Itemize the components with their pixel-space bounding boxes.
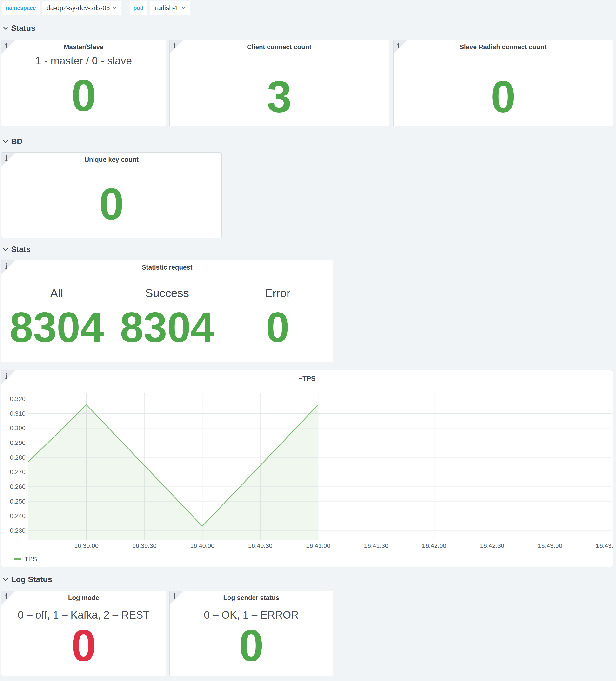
- chevron-down-icon: [3, 140, 8, 143]
- svg-text:0.250: 0.250: [10, 498, 26, 505]
- chevron-down-icon: [113, 6, 117, 10]
- stat-column-label: All: [1, 286, 112, 300]
- panel-tps-graph: i ~TPS 0.3200.3100.3000.2900.2800.2700.2…: [1, 370, 613, 567]
- stat-column-label: Success: [112, 286, 222, 300]
- stat-value: 3: [170, 75, 389, 119]
- svg-text:16:39:00: 16:39:00: [74, 542, 99, 549]
- tps-chart-plot: 0.3200.3100.3000.2900.2800.2700.2600.250…: [1, 371, 613, 567]
- chart-title[interactable]: ~TPS: [1, 375, 613, 382]
- namespace-label-text: namespace: [6, 5, 36, 11]
- panel-subtitle: 1 - master / 0 - slave: [1, 55, 166, 67]
- stat-value: 0: [394, 75, 613, 119]
- chevron-down-icon: [3, 27, 8, 30]
- legend-item-tps[interactable]: TPS: [14, 556, 37, 563]
- svg-text:16:41:30: 16:41:30: [364, 542, 388, 549]
- panel-slave-radish-connect-count: i Slave Radish connect count 0: [393, 40, 613, 126]
- stat-value: 0: [1, 623, 166, 668]
- panel-title[interactable]: Log mode: [1, 594, 166, 602]
- pod-label-text: pod: [133, 5, 143, 11]
- svg-text:0.290: 0.290: [10, 439, 26, 446]
- svg-text:16:43:00: 16:43:00: [538, 542, 562, 549]
- section-title-bd: BD: [11, 137, 23, 146]
- svg-text:0.260: 0.260: [10, 483, 26, 490]
- panel-title[interactable]: Unique key count: [1, 156, 221, 163]
- svg-text:0.280: 0.280: [10, 454, 26, 461]
- chevron-down-icon: [3, 248, 8, 251]
- chevron-down-icon: [3, 578, 8, 581]
- section-title-log-status: Log Status: [11, 575, 52, 584]
- legend-series-label: TPS: [24, 556, 37, 563]
- namespace-variable-dropdown[interactable]: da-dp2-sy-dev-srls-03: [42, 1, 122, 16]
- panel-unique-key-count: i Unique key count 0: [1, 152, 222, 238]
- section-row-bd[interactable]: BD: [3, 137, 23, 146]
- panel-client-connect-count: i Client connect count 3: [169, 40, 389, 126]
- section-row-stats[interactable]: Stats: [3, 245, 31, 254]
- svg-text:0.310: 0.310: [10, 410, 26, 417]
- section-row-status[interactable]: Status: [3, 24, 35, 33]
- svg-text:0.270: 0.270: [10, 468, 26, 476]
- statistic-columns: All 8304 Success 8304 Error 0: [1, 286, 333, 349]
- panel-master-slave: i Master/Slave 1 - master / 0 - slave 0: [1, 40, 166, 126]
- stat-column-success: Success 8304: [112, 286, 222, 349]
- stat-column-all: All 8304: [1, 286, 112, 349]
- pod-variable-label: pod: [130, 1, 147, 16]
- section-title-stats: Stats: [11, 245, 31, 254]
- panel-title[interactable]: Client connect count: [170, 43, 389, 51]
- svg-text:0.230: 0.230: [10, 527, 26, 534]
- panel-subtitle: 0 – OK, 1 – ERROR: [170, 609, 333, 621]
- panel-subtitle: 0 – off, 1 – Kafka, 2 – REST: [1, 609, 166, 621]
- panel-title[interactable]: Statistic request: [1, 264, 333, 271]
- panel-title[interactable]: Slave Radish connect count: [394, 43, 613, 51]
- svg-text:0.300: 0.300: [10, 424, 26, 432]
- svg-text:0.240: 0.240: [10, 512, 26, 520]
- stat-column-error: Error 0: [222, 286, 333, 349]
- svg-text:16:42:00: 16:42:00: [422, 542, 446, 549]
- panel-title[interactable]: Log sender status: [170, 594, 333, 602]
- stat-value: 0: [170, 623, 333, 668]
- pod-value-text: radish-1: [155, 4, 179, 12]
- svg-text:16:41:00: 16:41:00: [306, 542, 330, 549]
- svg-text:16:42:30: 16:42:30: [480, 542, 504, 549]
- stat-value: 0: [1, 73, 166, 118]
- stat-value: 0: [1, 182, 221, 226]
- section-title-status: Status: [11, 24, 35, 33]
- dashboard: namespace da-dp2-sy-dev-srls-03 pod radi…: [0, 0, 616, 681]
- panel-log-mode: i Log mode 0 – off, 1 – Kafka, 2 – REST …: [1, 590, 166, 676]
- namespace-variable-label: namespace: [2, 1, 40, 16]
- svg-text:16:40:30: 16:40:30: [248, 542, 272, 549]
- stat-value: 8304: [1, 306, 112, 349]
- stat-column-label: Error: [222, 286, 333, 300]
- svg-text:16:39:30: 16:39:30: [132, 542, 156, 549]
- namespace-value-text: da-dp2-sy-dev-srls-03: [47, 4, 110, 12]
- panel-log-sender-status: i Log sender status 0 – OK, 1 – ERROR 0: [169, 590, 333, 676]
- chevron-down-icon: [182, 6, 185, 10]
- stat-value: 8304: [112, 306, 222, 349]
- svg-text:16:43:30: 16:43:30: [596, 542, 613, 549]
- svg-text:16:40:00: 16:40:00: [190, 542, 214, 549]
- panel-statistic-request: i Statistic request All 8304 Success 830…: [1, 260, 333, 362]
- section-row-log-status[interactable]: Log Status: [3, 575, 52, 584]
- stat-value: 0: [222, 306, 333, 349]
- legend-series-swatch: [14, 558, 21, 560]
- panel-title[interactable]: Master/Slave: [1, 43, 166, 51]
- svg-text:0.320: 0.320: [10, 395, 26, 402]
- pod-variable-dropdown[interactable]: radish-1: [150, 1, 190, 16]
